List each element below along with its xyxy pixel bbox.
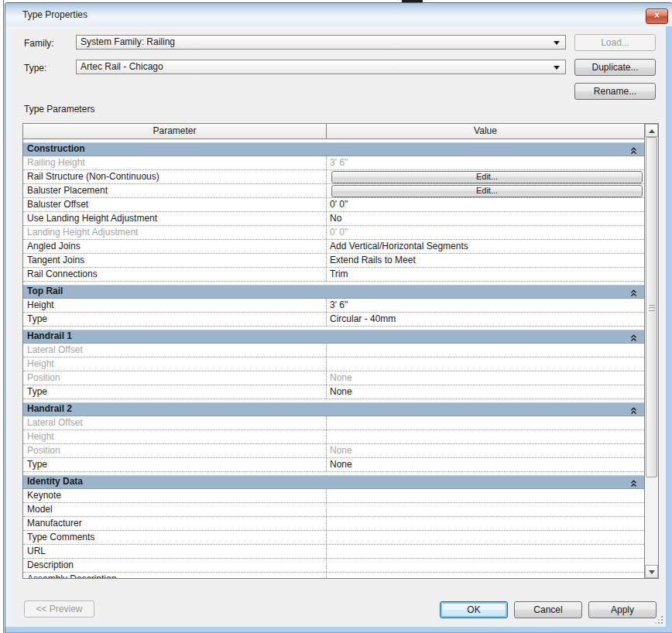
param-value[interactable]: None (327, 385, 644, 399)
param-value[interactable]: Add Vertical/Horizontal Segments (327, 240, 644, 253)
param-row[interactable]: Keynote (23, 489, 644, 503)
param-value[interactable]: Trim (327, 268, 644, 281)
param-name: Railing Height (23, 156, 327, 169)
param-value[interactable] (327, 344, 644, 357)
param-value[interactable]: 3' 6" (327, 156, 644, 169)
param-row[interactable]: Lateral Offset (23, 416, 644, 430)
param-row[interactable]: TypeNone (23, 458, 644, 472)
param-value[interactable]: None (327, 458, 644, 471)
param-value[interactable]: 3' 6" (327, 299, 644, 312)
param-row[interactable]: Height (23, 430, 644, 444)
param-value[interactable] (327, 489, 644, 502)
section-header-construction[interactable]: Construction (23, 142, 644, 156)
param-value[interactable]: None (327, 444, 644, 457)
param-value[interactable] (327, 503, 644, 516)
scrollbar-thumb[interactable] (646, 137, 657, 477)
param-value[interactable] (327, 545, 644, 558)
param-value[interactable]: 0' 0" (327, 226, 644, 239)
param-name: Lateral Offset (23, 344, 327, 357)
param-name: URL (23, 545, 327, 558)
param-value[interactable] (327, 430, 644, 443)
param-name: Type (23, 313, 327, 326)
edit-button[interactable]: Edit... (331, 185, 643, 197)
param-row[interactable]: TypeCircular - 40mm (23, 313, 644, 327)
type-select[interactable]: Artec Rail - Chicago (76, 60, 566, 74)
param-name: Position (23, 444, 327, 457)
collapse-chevron-icon[interactable] (630, 478, 637, 491)
param-row[interactable]: Angled JoinsAdd Vertical/Horizontal Segm… (23, 240, 644, 254)
param-value[interactable] (327, 416, 644, 429)
param-value[interactable] (327, 573, 644, 578)
param-row[interactable]: Lateral Offset (23, 344, 644, 358)
param-row[interactable]: Height3' 6" (23, 299, 644, 313)
duplicate-button[interactable]: Duplicate... (574, 59, 656, 76)
column-header-value[interactable]: Value (327, 124, 644, 139)
param-name: Height (23, 430, 327, 443)
family-label: Family: (24, 36, 54, 51)
param-value: Edit... (327, 184, 644, 197)
param-row[interactable]: Manufacturer (23, 517, 644, 531)
param-value[interactable]: No (327, 212, 644, 225)
ok-button[interactable]: OK (440, 601, 508, 618)
section-header-handrail-1[interactable]: Handrail 1 (23, 330, 644, 344)
param-value[interactable]: Circular - 40mm (327, 313, 644, 326)
family-selected-value: System Family: Railing (81, 36, 175, 47)
param-row[interactable]: TypeNone (23, 385, 644, 399)
type-selected-value: Artec Rail - Chicago (81, 61, 163, 72)
param-row[interactable]: URL (23, 545, 644, 559)
param-row[interactable]: Rail Structure (Non-Continuous)Edit... (23, 170, 644, 184)
param-row[interactable]: Tangent JoinsExtend Rails to Meet (23, 254, 644, 268)
collapse-chevron-icon[interactable] (630, 145, 637, 159)
param-value[interactable] (327, 559, 644, 572)
load-button[interactable]: Load... (574, 34, 656, 51)
close-button[interactable]: × (646, 9, 668, 24)
rename-button[interactable]: Rename... (574, 83, 656, 100)
section-header-top-rail[interactable]: Top Rail (23, 285, 644, 299)
edit-button[interactable]: Edit... (331, 171, 643, 183)
section-header-handrail-2[interactable]: Handrail 2 (23, 402, 644, 416)
param-row[interactable]: PositionNone (23, 444, 644, 458)
section-title: Handrail 2 (27, 403, 72, 414)
param-row[interactable]: Model (23, 503, 644, 517)
family-select[interactable]: System Family: Railing (76, 35, 566, 50)
param-row[interactable]: Type Comments (23, 531, 644, 545)
param-value[interactable] (327, 517, 644, 530)
apply-button[interactable]: Apply (588, 601, 657, 618)
scrollbar-up-button[interactable] (645, 124, 658, 137)
param-value[interactable]: None (327, 371, 644, 385)
type-properties-dialog: Type Properties × Family: System Family:… (5, 2, 672, 633)
param-row[interactable]: Landing Height Adjustment0' 0" (23, 226, 644, 240)
title-bar[interactable]: Type Properties × (5, 3, 672, 26)
arrow-down-icon (649, 570, 655, 574)
param-name: Baluster Placement (23, 184, 327, 197)
param-row[interactable]: Use Landing Height AdjustmentNo (23, 212, 644, 226)
collapse-chevron-icon[interactable] (630, 405, 637, 419)
param-row[interactable]: Rail ConnectionsTrim (23, 268, 644, 282)
collapse-chevron-icon[interactable] (630, 288, 637, 301)
section-header-identity-data[interactable]: Identity Data (23, 475, 644, 489)
column-header-parameter[interactable]: Parameter (23, 124, 327, 139)
parameters-table: Parameter Value ConstructionRailing Heig… (22, 123, 659, 579)
cancel-button[interactable]: Cancel (514, 601, 582, 618)
scrollbar-down-button[interactable] (645, 565, 658, 578)
preview-button[interactable]: << Preview (24, 600, 94, 618)
param-value[interactable]: 0' 0" (327, 198, 644, 211)
param-row[interactable]: Assembly Description (23, 573, 644, 578)
param-value[interactable] (327, 358, 644, 371)
table-column-headers: Parameter Value (23, 124, 644, 139)
param-row[interactable]: PositionNone (23, 371, 644, 385)
param-row[interactable]: Baluster PlacementEdit... (23, 184, 644, 198)
param-row[interactable]: Baluster Offset0' 0" (23, 198, 644, 212)
param-name: Type Comments (23, 531, 327, 544)
section-title: Construction (27, 143, 85, 154)
param-row[interactable]: Description (23, 559, 644, 573)
param-value[interactable] (327, 531, 644, 544)
param-name: Manufacturer (23, 517, 327, 530)
param-row[interactable]: Height (23, 358, 644, 371)
param-row[interactable]: Railing Height3' 6" (23, 156, 644, 170)
param-name: Use Landing Height Adjustment (23, 212, 327, 225)
vertical-scrollbar[interactable] (645, 124, 658, 578)
resize-grip-icon[interactable] (655, 616, 663, 624)
collapse-chevron-icon[interactable] (630, 333, 637, 346)
param-value[interactable]: Extend Rails to Meet (327, 254, 644, 267)
